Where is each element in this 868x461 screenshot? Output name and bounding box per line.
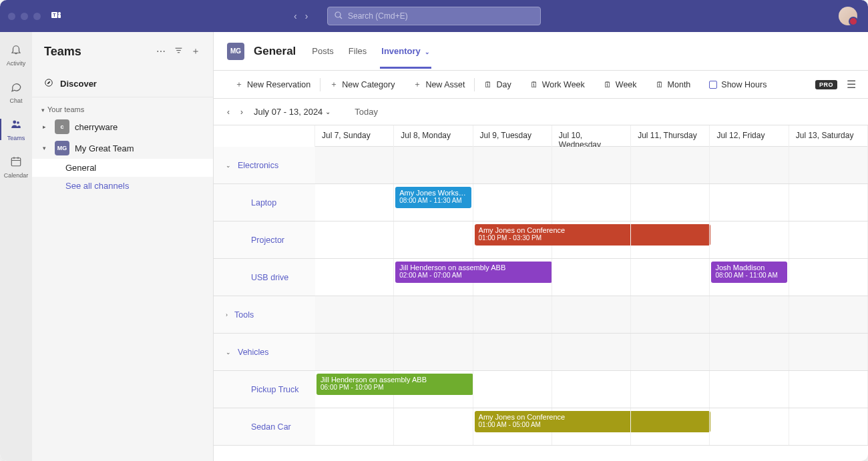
day-cell[interactable] [710, 221, 789, 258]
day-cell[interactable]: Jill Henderson on assembly ABB02:00 AM -… [394, 259, 473, 296]
day-cell[interactable] [394, 147, 473, 183]
hamburger-icon[interactable]: ☰ [847, 78, 856, 91]
day-cell[interactable] [315, 408, 394, 445]
more-icon[interactable]: ⋯ [154, 46, 168, 57]
new-category-button[interactable]: ＋New Category [320, 71, 404, 98]
your-teams-label[interactable]: Your teams [32, 103, 213, 116]
day-cell[interactable] [710, 147, 789, 183]
add-team-icon[interactable]: ＋ [189, 45, 202, 57]
day-cell[interactable] [710, 296, 789, 333]
day-cell[interactable] [552, 296, 631, 333]
day-cell[interactable] [789, 408, 868, 445]
day-cell[interactable] [473, 371, 552, 408]
team-cherryware[interactable]: ▸ c cherryware [32, 116, 213, 137]
day-cell[interactable] [394, 408, 473, 445]
filter-icon[interactable] [172, 46, 185, 57]
category-label[interactable]: ⌄Vehicles [214, 334, 315, 370]
day-cell[interactable] [473, 334, 552, 370]
asset-label[interactable]: USB drive [214, 259, 315, 296]
day-cell[interactable] [394, 334, 473, 370]
asset-label[interactable]: Sedan Car [214, 408, 315, 445]
day-cell[interactable]: Amy Jones on Conference01:00 AM - 05:00 … [473, 408, 552, 445]
day-cell[interactable] [552, 184, 631, 221]
category-label[interactable]: ›Tools [214, 296, 315, 333]
today-button[interactable]: Today [355, 107, 378, 117]
day-cell[interactable] [473, 184, 552, 221]
day-cell[interactable] [315, 296, 394, 333]
day-cell[interactable] [315, 221, 394, 258]
day-cell[interactable] [552, 334, 631, 370]
day-cell[interactable] [552, 147, 631, 183]
day-cell[interactable] [315, 147, 394, 183]
show-hours-toggle[interactable]: Show Hours [700, 71, 776, 98]
new-reservation-button[interactable]: ＋New Reservation [226, 71, 320, 98]
month-view-button[interactable]: 🗓Month [646, 71, 700, 98]
day-cell[interactable] [789, 296, 868, 333]
discover-button[interactable]: Discover [32, 71, 213, 97]
rail-chat[interactable]: Chat [0, 75, 32, 109]
nav-back-icon[interactable]: ‹ [294, 11, 297, 21]
workweek-view-button[interactable]: 🗓Work Week [521, 71, 594, 98]
day-cell[interactable] [473, 259, 552, 296]
day-cell[interactable]: Josh Maddison08:00 AM - 11:00 AM [710, 259, 789, 296]
day-cell[interactable] [552, 371, 631, 408]
day-cell[interactable] [631, 296, 710, 333]
day-cell[interactable] [631, 371, 710, 408]
day-cell[interactable] [789, 184, 868, 221]
reservation-event[interactable]: Josh Maddison08:00 AM - 11:00 AM [711, 262, 787, 283]
tab-inventory[interactable]: Inventory ⌄ [380, 34, 431, 68]
next-week-icon[interactable]: › [240, 107, 243, 117]
see-all-channels[interactable]: See all channels [32, 177, 213, 195]
team-my-great-team[interactable]: ▾ MG My Great Team [32, 137, 213, 159]
day-cell[interactable] [394, 371, 473, 408]
day-cell[interactable]: Amy Jones on Conference01:00 PM - 03:30 … [473, 221, 552, 258]
day-cell[interactable] [631, 221, 710, 258]
day-cell[interactable] [473, 147, 552, 183]
day-cell[interactable] [710, 408, 789, 445]
day-cell[interactable]: Jill Henderson on assembly ABB06:00 PM -… [315, 371, 394, 408]
rail-calendar[interactable]: Calendar [0, 149, 32, 184]
search-input[interactable] [348, 11, 533, 21]
day-cell[interactable] [394, 221, 473, 258]
day-cell[interactable] [631, 334, 710, 370]
day-cell[interactable] [394, 296, 473, 333]
day-cell[interactable] [315, 334, 394, 370]
asset-label[interactable]: Laptop [214, 184, 315, 221]
date-range-picker[interactable]: July 07 - 13, 2024 ⌄ [254, 107, 331, 117]
day-cell[interactable] [473, 296, 552, 333]
rail-activity[interactable]: Activity [0, 37, 32, 72]
tab-posts[interactable]: Posts [310, 34, 335, 68]
day-view-button[interactable]: 🗓Day [475, 71, 520, 98]
asset-label[interactable]: Pickup Truck [214, 371, 315, 408]
day-cell[interactable] [631, 408, 710, 445]
day-cell[interactable] [631, 259, 710, 296]
category-label[interactable]: ⌄Electronics [214, 147, 315, 183]
day-cell[interactable] [552, 221, 631, 258]
day-cell[interactable] [710, 334, 789, 370]
day-cell[interactable] [789, 334, 868, 370]
channel-general[interactable]: General [32, 159, 213, 177]
day-cell[interactable] [789, 259, 868, 296]
reservation-event[interactable]: Amy Jones Workshop08:00 AM - 11:30 AM [395, 187, 471, 208]
day-cell[interactable] [710, 184, 789, 221]
day-cell[interactable] [710, 371, 789, 408]
search-bar[interactable] [327, 7, 541, 25]
nav-forward-icon[interactable]: › [305, 11, 308, 21]
window-controls[interactable] [8, 13, 41, 20]
rail-teams[interactable]: Teams [0, 112, 32, 147]
day-cell[interactable] [631, 184, 710, 221]
asset-label[interactable]: Projector [214, 221, 315, 258]
day-cell[interactable] [315, 259, 394, 296]
day-cell[interactable]: Amy Jones Workshop08:00 AM - 11:30 AM [394, 184, 473, 221]
day-cell[interactable] [315, 184, 394, 221]
week-view-button[interactable]: 🗓Week [594, 71, 646, 98]
day-cell[interactable] [552, 259, 631, 296]
prev-week-icon[interactable]: ‹ [227, 107, 230, 117]
new-asset-button[interactable]: ＋New Asset [404, 71, 474, 98]
day-cell[interactable] [789, 371, 868, 408]
tab-files[interactable]: Files [347, 34, 368, 68]
user-avatar[interactable] [839, 7, 857, 25]
day-cell[interactable] [789, 147, 868, 183]
day-cell[interactable] [552, 408, 631, 445]
day-cell[interactable] [789, 221, 868, 258]
